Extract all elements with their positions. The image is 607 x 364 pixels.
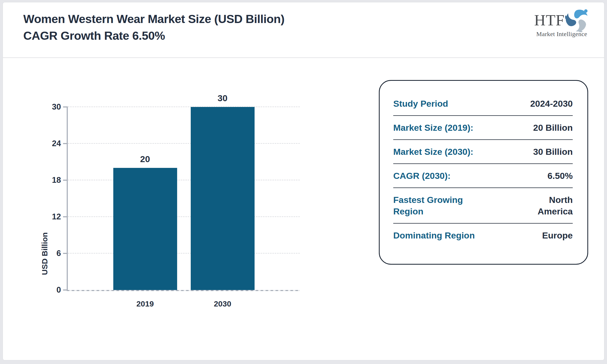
logo-acronym: HTF	[534, 8, 565, 32]
summary-row-market-size-2019: Market Size (2019): 20 Billion	[393, 116, 573, 139]
summary-row-study-period: Study Period 2024-2030	[393, 92, 573, 115]
summary-row-market-size-2030: Market Size (2030): 30 Billion	[393, 140, 573, 163]
header: Women Western Wear Market Size (USD Bill…	[3, 2, 604, 57]
y-tick-label: 18	[35, 175, 61, 185]
y-tick-label: 6	[35, 249, 61, 258]
summary-row-cagr: CAGR (2030): 6.50%	[393, 164, 573, 187]
y-tick-label: 12	[35, 212, 61, 221]
logo-tagline: Market Intelligence	[533, 31, 591, 38]
summary-row-fastest-growing-region: Fastest Growing Region North America	[393, 188, 573, 223]
summary-label: Dominating Region	[393, 230, 493, 241]
x-category-label: 2019	[113, 299, 177, 308]
y-axis-line	[67, 107, 68, 291]
summary-label: Market Size (2030):	[393, 146, 493, 157]
bar-2019	[113, 168, 177, 290]
gridline-y30	[68, 106, 300, 107]
bar-chart: USD Billion 0612182430202019302030	[3, 58, 333, 319]
logo-row: HTF	[533, 8, 591, 32]
x-category-label: 2030	[191, 299, 255, 308]
summary-label: Market Size (2019):	[393, 122, 493, 133]
y-tick-label: 24	[35, 139, 61, 148]
summary-value: North America	[518, 194, 573, 217]
htf-logo: HTF Market Intelligence	[533, 8, 591, 38]
gridline-y12	[68, 216, 300, 217]
summary-row-dominating-region: Dominating Region Europe	[393, 224, 573, 247]
page-title-line1: Women Western Wear Market Size (USD Bill…	[23, 11, 284, 27]
summary-label: Study Period	[393, 98, 493, 109]
bar-2030	[191, 107, 255, 290]
gridline-y6	[68, 253, 300, 254]
summary-value: 2024-2030	[518, 98, 573, 109]
summary-value: 6.50%	[518, 170, 573, 181]
logo-swirl-icon	[565, 8, 589, 32]
gridline-y24	[68, 143, 300, 144]
bar-value-label: 30	[191, 93, 255, 103]
market-summary-panel: Study Period 2024-2030 Market Size (2019…	[379, 80, 588, 265]
x-axis-line	[67, 290, 300, 291]
y-tick-label: 30	[35, 102, 61, 112]
summary-label: CAGR (2030):	[393, 170, 493, 181]
bar-value-label: 20	[113, 154, 177, 164]
page-title: Women Western Wear Market Size (USD Bill…	[23, 11, 284, 44]
summary-value: 30 Billion	[518, 146, 573, 157]
y-tick-label: 0	[35, 285, 61, 295]
summary-value: Europe	[518, 230, 573, 241]
summary-value: 20 Billion	[518, 122, 573, 133]
report-card: Women Western Wear Market Size (USD Bill…	[3, 2, 604, 360]
summary-label: Fastest Growing Region	[393, 194, 493, 217]
page-title-line2: CAGR Growth Rate 6.50%	[23, 27, 284, 44]
gridline-y18	[68, 180, 300, 180]
